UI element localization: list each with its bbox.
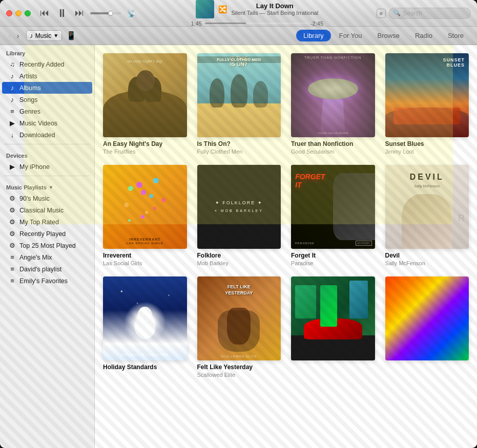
album-grid-area: an easy night's day An Easy Night's Day … xyxy=(95,45,477,448)
album-art-colorful xyxy=(385,276,469,360)
main-window: ⏮ ⏸ ⏭ 📡 🔀 Lay It Down Silent Tails — Sta… xyxy=(0,0,477,448)
main-content: Library ♫ Recently Added ♪ Artists ♪ Alb… xyxy=(0,45,477,448)
album-card-colorful[interactable] xyxy=(385,276,469,378)
album-grid: an easy night's day An Easy Night's Day … xyxy=(103,53,469,378)
